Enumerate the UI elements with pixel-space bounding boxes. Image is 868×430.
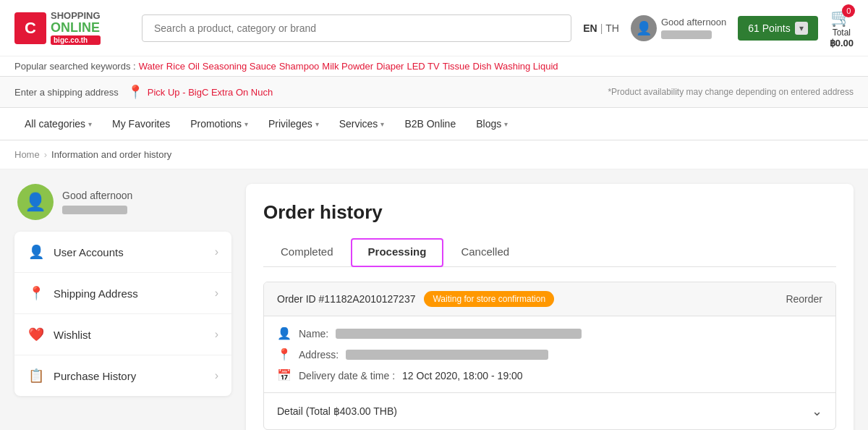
keyword-rice[interactable]: Rice [166,61,185,72]
order-tabs: Completed Processing Cancelled [263,238,836,267]
shipping-address-icon: 📍 [27,284,45,302]
nav-all-categories-label: All categories [25,118,85,130]
shipping-note: *Product availability may change dependi… [608,87,854,97]
sidebar-item-purchase-history-label: Purchase History [54,370,206,382]
sidebar-item-wishlist-label: Wishlist [54,329,206,341]
keyword-milk[interactable]: Milk Powder [322,61,373,72]
keyword-tissue[interactable]: Tissue [443,61,470,72]
logo-shopping: SHOPPING [51,11,101,21]
sidebar-item-user-accounts-label: User Accounts [54,246,206,258]
keyword-ledtv[interactable]: LED TV [407,61,439,72]
nav-b2b-label: B2B Online [404,118,456,130]
sidebar-item-user-accounts-chevron: › [215,245,218,258]
sidebar-greeting: Good afternoon [62,190,132,201]
breadcrumb-current: Information and order history [51,149,171,160]
lang-divider: | [600,22,603,34]
keywords-bar: Popular searched keywords : Water Rice O… [0,56,868,76]
detail-expand-label: Detail (Total ฿403.00 THB) [277,405,397,417]
logo[interactable]: C SHOPPING ONLINE bigc.co.th [14,11,130,45]
keywords-label: Popular searched keywords : [14,61,136,72]
tab-completed-label: Completed [281,245,333,258]
breadcrumb: Home › Information and order history [0,140,868,169]
keyword-seasoning[interactable]: Seasoning Sauce [203,61,276,72]
tab-processing[interactable]: Processing [351,238,444,267]
order-card-body: 👤 Name: 📍 Address: 📅 Delivery date & tim… [264,316,835,392]
logo-domain: bigc.co.th [51,35,101,45]
name-value-bar [336,329,582,339]
location-icon: 📍 [277,347,292,361]
keyword-dish[interactable]: Dish Washing Liquid [473,61,558,72]
logo-text: SHOPPING ONLINE bigc.co.th [51,11,101,45]
keyword-diaper[interactable]: Diaper [376,61,404,72]
nav-privileges[interactable]: Privileges ▾ [258,108,329,140]
tab-cancelled[interactable]: Cancelled [443,238,527,266]
nav-blogs[interactable]: Blogs ▾ [466,108,518,140]
nav-all-categories[interactable]: All categories ▾ [14,108,102,140]
sidebar-item-shipping-chevron: › [215,287,218,300]
shipping-pickup[interactable]: 📍 Pick Up - BigC Extra On Nuch [127,84,273,100]
detail-expand-row[interactable]: Detail (Total ฿403.00 THB) ⌄ [264,392,835,429]
address-label: Address: [299,349,339,361]
nav-my-favorites[interactable]: My Favorites [102,108,180,140]
points-button[interactable]: 61 Points ▾ [738,16,817,41]
logo-box: C [14,12,46,44]
nav-blogs-label: Blogs [476,118,501,130]
user-avatar[interactable]: 👤 [631,15,657,41]
breadcrumb-home[interactable]: Home [14,149,40,160]
sidebar-menu: 👤 User Accounts › 📍 Shipping Address › ❤… [14,232,231,396]
sidebar-item-wishlist-chevron: › [215,328,218,341]
lang-switch: EN | TH [583,22,619,34]
keyword-water[interactable]: Water [139,61,163,72]
header: C SHOPPING ONLINE bigc.co.th EN | TH 👤 G… [0,0,868,77]
nav-all-categories-chevron: ▾ [88,120,92,128]
points-dropdown[interactable]: ▾ [795,22,808,35]
greeting-text: Good afternoon [661,17,726,28]
sidebar-item-purchase-history-chevron: › [215,369,218,382]
name-label: Name: [299,328,328,340]
user-accounts-icon: 👤 [27,243,45,261]
keyword-oil[interactable]: Oil [188,61,200,72]
delivery-label: Delivery date & time : [299,370,395,381]
nav-blogs-chevron: ▾ [504,120,508,128]
breadcrumb-sep: › [44,149,47,160]
reorder-button[interactable]: Reorder [786,293,822,305]
nav-bar: All categories ▾ My Favorites Promotions… [0,108,868,140]
nav-promotions[interactable]: Promotions ▾ [180,108,258,140]
greeting-name-bar [661,30,712,39]
sidebar-item-shipping-label: Shipping Address [54,287,206,300]
tab-cancelled-label: Cancelled [461,245,509,258]
status-badge: Waiting for store confirmation [424,291,554,307]
sidebar-avatar: 👤 [17,184,54,220]
order-history-panel: Order history Completed Processing Cance… [246,184,854,430]
lang-en[interactable]: EN [583,22,597,34]
order-card-header: Order ID #11182A2010127237 Waiting for s… [264,282,835,316]
sidebar-name-bar [62,206,127,214]
points-label: 61 Points [748,22,790,34]
calendar-icon: 📅 [277,368,292,382]
nav-my-favorites-label: My Favorites [112,118,170,130]
pickup-text: Pick Up - BigC Extra On Nuch [148,87,273,98]
order-address-row: 📍 Address: [277,347,822,361]
sidebar-item-wishlist[interactable]: ❤️ Wishlist › [14,314,231,355]
lang-th[interactable]: TH [605,22,619,34]
nav-services[interactable]: Services ▾ [329,108,395,140]
cart-amount: ฿0.00 [830,38,854,49]
order-delivery-row: 📅 Delivery date & time : 12 Oct 2020, 18… [277,368,822,382]
keyword-shampoo[interactable]: Shampoo [279,61,320,72]
sidebar-item-shipping-address[interactable]: 📍 Shipping Address › [14,273,231,314]
sidebar-item-purchase-history[interactable]: 📋 Purchase History › [14,355,231,396]
order-history-title: Order history [263,201,836,224]
tab-processing-label: Processing [368,245,427,258]
sidebar-item-user-accounts[interactable]: 👤 User Accounts › [14,232,231,273]
tab-completed[interactable]: Completed [263,238,351,266]
cart-area[interactable]: 🛒 0 Total ฿0.00 [830,7,854,49]
cart-badge: 0 [842,4,855,17]
nav-b2b[interactable]: B2B Online [394,108,466,140]
detail-expand-chevron-icon: ⌄ [812,403,822,419]
delivery-value: 12 Oct 2020, 18:00 - 19:00 [402,370,523,381]
user-area: 👤 Good afternoon [631,15,726,41]
header-top: C SHOPPING ONLINE bigc.co.th EN | TH 👤 G… [0,0,868,56]
order-id: Order ID #11182A2010127237 [277,293,415,305]
search-input[interactable] [142,14,571,42]
sidebar-user: 👤 Good afternoon [14,184,231,220]
